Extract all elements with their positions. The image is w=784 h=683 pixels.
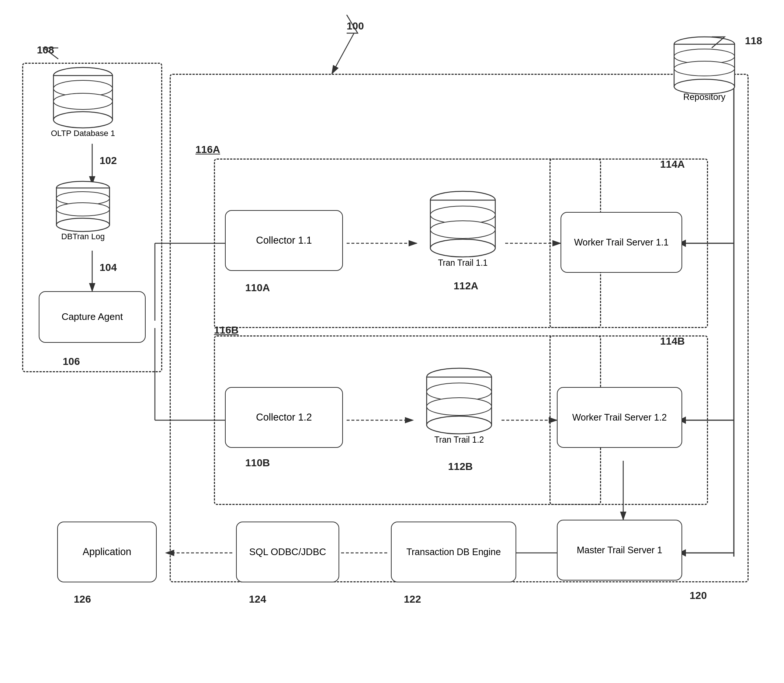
capture-agent-node: Capture Agent [39, 291, 146, 343]
worker-trail-server-12-node: Worker Trail Server 1.2 [557, 387, 682, 448]
sql-odbc-node: SQL ODBC/JDBC [236, 521, 339, 582]
tran-trail-11-label: Tran Trail 1.1 [424, 258, 501, 268]
oltp-db-label: OLTP Database 1 [48, 129, 118, 138]
svg-point-33 [56, 218, 109, 231]
main-group-box [170, 74, 749, 582]
svg-point-38 [431, 239, 495, 257]
collector-12-node: Collector 1.2 [225, 387, 343, 448]
svg-point-45 [427, 398, 492, 415]
ref-118: 118 [745, 35, 762, 47]
ref-114A: 114A [660, 159, 685, 170]
dbtran-log-db: DBTran Log [48, 177, 118, 241]
collector-11-node: Collector 1.1 [225, 210, 343, 271]
ref-114B: 114B [660, 335, 685, 347]
diagram-container: OLTP Database 1 DBTran Log Tran Trail 1.… [0, 0, 784, 683]
tran-trail-12-db: Tran Trail 1.2 [420, 361, 498, 446]
oltp-db: OLTP Database 1 [48, 64, 118, 138]
svg-line-25 [332, 33, 354, 74]
svg-point-28 [53, 112, 112, 128]
svg-point-50 [674, 61, 734, 76]
repository-label: Repository [667, 91, 741, 103]
ref-116A: 116A [196, 144, 220, 156]
svg-point-43 [427, 416, 492, 434]
ref-124: 124 [249, 593, 266, 605]
ref-102: 102 [100, 155, 117, 167]
transaction-db-engine-node: Transaction DB Engine [391, 521, 516, 582]
master-trail-server-node: Master Trail Server 1 [557, 520, 682, 580]
svg-point-30 [53, 93, 112, 109]
ref-126: 126 [74, 593, 91, 605]
tran-trail-12-label: Tran Trail 1.2 [420, 435, 498, 445]
ref-112B: 112B [448, 461, 473, 473]
ref-116B: 116B [214, 324, 239, 336]
dbtran-log-label: DBTran Log [48, 232, 118, 241]
ref-108: 108 [37, 44, 54, 56]
ref-100: 100 [347, 20, 364, 32]
svg-point-40 [431, 221, 495, 239]
repository-db: Repository [667, 33, 741, 103]
svg-point-35 [56, 203, 109, 216]
ref-122: 122 [404, 593, 421, 605]
ref-106: 106 [63, 356, 80, 367]
ref-110A: 110A [245, 282, 270, 294]
ref-120: 120 [689, 590, 707, 601]
ref-112A: 112A [454, 280, 478, 292]
ref-110B: 110B [245, 457, 270, 469]
worker-trail-server-11-node: Worker Trail Server 1.1 [561, 212, 682, 273]
tran-trail-11-db: Tran Trail 1.1 [424, 184, 501, 269]
ref-104: 104 [100, 262, 117, 274]
application-node: Application [57, 521, 157, 582]
